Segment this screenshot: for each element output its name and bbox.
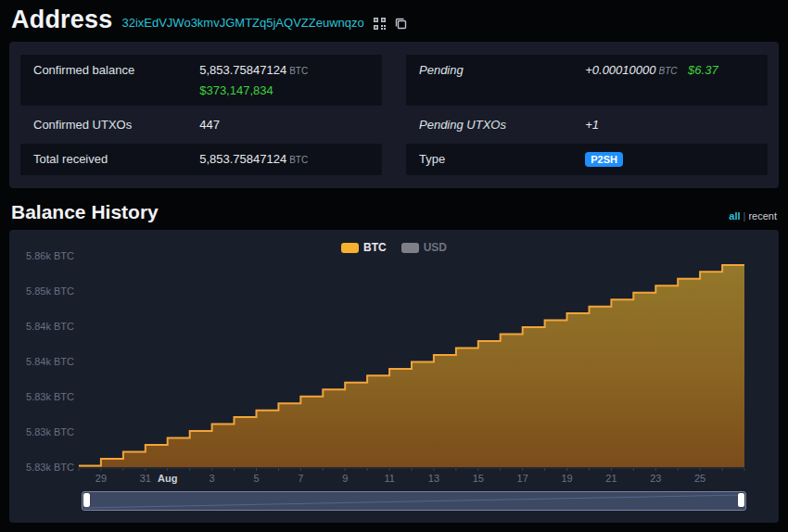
stat-value: 5,853.75847124BTC bbox=[199, 152, 369, 166]
stat-label: Total received bbox=[33, 152, 199, 166]
chart-legend: BTCUSD bbox=[9, 241, 779, 254]
range-links: all|recent bbox=[729, 211, 777, 223]
stat-value: +1 bbox=[585, 118, 755, 132]
copy-icon[interactable] bbox=[395, 18, 407, 30]
legend-label: BTC bbox=[363, 241, 387, 254]
legend-item-btc[interactable]: BTC bbox=[341, 241, 387, 254]
legend-item-usd[interactable]: USD bbox=[401, 241, 447, 254]
stat-row-type: Type P2SH bbox=[406, 144, 768, 175]
svg-text:5.85k BTC: 5.85k BTC bbox=[26, 285, 74, 297]
svg-text:23: 23 bbox=[650, 473, 661, 484]
chart-zoom-slider[interactable] bbox=[82, 491, 746, 511]
svg-text:25: 25 bbox=[694, 473, 705, 484]
page-title: Address bbox=[11, 6, 112, 34]
stat-label: Confirmed balance bbox=[33, 63, 199, 77]
qr-code-icon[interactable] bbox=[374, 18, 386, 30]
stat-value: +0.00010000BTC $6.37 bbox=[585, 63, 755, 77]
stat-label: Pending UTXOs bbox=[419, 118, 585, 132]
slider-handle-right[interactable] bbox=[738, 493, 744, 507]
range-link-recent[interactable]: recent bbox=[748, 210, 777, 222]
stat-label: Pending bbox=[419, 63, 585, 77]
range-link-all[interactable]: all bbox=[729, 210, 740, 222]
stat-value: 447 bbox=[199, 118, 369, 132]
svg-text:31: 31 bbox=[140, 473, 151, 484]
stat-label: Type bbox=[419, 152, 585, 166]
svg-text:5.84k BTC: 5.84k BTC bbox=[26, 321, 74, 332]
page: Address 32ixEdVJWo3kmvJGMTZq5jAQVZZeuwnq… bbox=[0, 0, 788, 523]
svg-text:29: 29 bbox=[95, 473, 107, 484]
address-stats-panel: Confirmed balance 5,853.75847124BTC $373… bbox=[9, 42, 779, 188]
slider-data-shadow bbox=[83, 492, 745, 510]
svg-text:13: 13 bbox=[428, 473, 439, 484]
svg-text:5.83k BTC: 5.83k BTC bbox=[26, 426, 74, 437]
svg-text:9: 9 bbox=[342, 473, 348, 484]
address-type-badge: P2SH bbox=[585, 152, 623, 167]
svg-text:5.84k BTC: 5.84k BTC bbox=[26, 356, 74, 367]
svg-text:21: 21 bbox=[605, 473, 616, 484]
slider-handle-left[interactable] bbox=[83, 493, 90, 507]
stat-row-pending-utxos: Pending UTXOs +1 bbox=[406, 109, 768, 140]
svg-text:5: 5 bbox=[253, 473, 259, 484]
balance-history-chart[interactable]: 5.86k BTC5.85k BTC5.84k BTC5.84k BTC5.83… bbox=[9, 232, 779, 489]
btc-unit: BTC bbox=[289, 66, 308, 76]
balance-history-panel: BTCUSD 5.86k BTC5.85k BTC5.84k BTC5.84k … bbox=[9, 230, 779, 523]
stat-label: Confirmed UTXOs bbox=[33, 118, 199, 132]
legend-swatch-usd bbox=[401, 243, 419, 253]
svg-text:17: 17 bbox=[517, 473, 528, 484]
svg-text:7: 7 bbox=[298, 473, 303, 484]
links-separator: | bbox=[744, 210, 746, 222]
svg-text:3: 3 bbox=[210, 473, 215, 484]
balance-history-header: Balance History all|recent bbox=[11, 201, 777, 223]
stat-value: 5,853.75847124BTC $373,147,834 bbox=[199, 63, 369, 97]
stat-row-confirmed-balance: Confirmed balance 5,853.75847124BTC $373… bbox=[20, 55, 382, 106]
balance-history-title: Balance History bbox=[11, 201, 159, 223]
btc-unit: BTC bbox=[289, 155, 308, 165]
svg-text:Aug: Aug bbox=[158, 473, 177, 484]
svg-text:15: 15 bbox=[473, 473, 484, 484]
btc-unit: BTC bbox=[658, 66, 677, 76]
stat-value: P2SH bbox=[585, 152, 755, 167]
usd-value: $373,147,834 bbox=[199, 83, 369, 97]
legend-label: USD bbox=[424, 241, 447, 254]
legend-swatch-btc bbox=[341, 243, 359, 253]
svg-text:5.83k BTC: 5.83k BTC bbox=[26, 462, 74, 473]
address-link[interactable]: 32ixEdVJWo3kmvJGMTZq5jAQVZZeuwnqzo bbox=[121, 16, 363, 30]
svg-text:19: 19 bbox=[561, 473, 572, 484]
stat-row-pending: Pending +0.00010000BTC $6.37 bbox=[406, 55, 768, 106]
stat-row-confirmed-utxos: Confirmed UTXOs 447 bbox=[20, 109, 382, 140]
svg-text:11: 11 bbox=[384, 473, 394, 484]
usd-value: $6.37 bbox=[688, 63, 718, 77]
stat-row-total-received: Total received 5,853.75847124BTC bbox=[20, 144, 382, 175]
svg-text:5.83k BTC: 5.83k BTC bbox=[26, 391, 74, 402]
address-header: Address 32ixEdVJWo3kmvJGMTZq5jAQVZZeuwnq… bbox=[11, 6, 777, 34]
